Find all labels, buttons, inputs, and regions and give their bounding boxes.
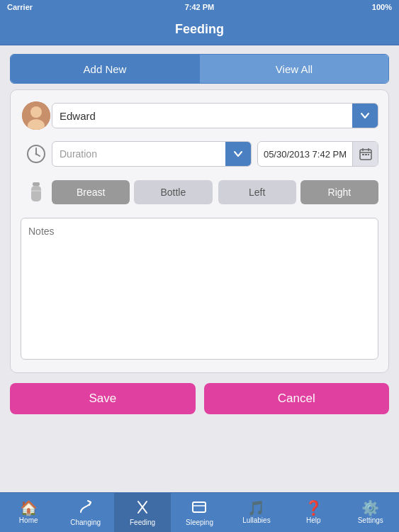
form-card: Edward Duration [10,89,389,373]
bottle-icon [26,181,46,204]
top-tab-group: Add New View All [10,54,389,84]
feeding-type-group: Breast Bottle [52,180,213,204]
left-btn[interactable]: Left [218,180,296,204]
duration-dropdown-btn[interactable] [225,141,251,167]
time-label: 7:42 PM [185,3,215,11]
changing-icon [78,499,94,517]
svg-rect-13 [368,154,369,155]
tab-changing[interactable]: Changing [57,493,113,532]
calendar-icon [359,148,372,160]
carrier-label: Carrier [7,3,33,11]
bottle-btn[interactable]: Bottle [134,180,212,204]
calendar-btn[interactable] [352,141,378,167]
tab-lullabies[interactable]: 🎵 Lullabies [228,493,285,532]
feeding-type-row: Breast Bottle Left Right [21,177,378,208]
tab-feeding-label: Feeding [130,519,155,526]
datetime-wrapper[interactable]: 05/30/2013 7:42 PM [257,141,378,167]
breast-btn[interactable]: Breast [52,180,130,204]
tab-home[interactable]: 🏠 Home [0,493,57,532]
tab-help-label: Help [306,516,321,524]
nav-bar: Feeding [0,14,399,45]
battery-label: 100% [372,3,392,11]
avatar-svg [22,101,50,130]
action-buttons-row: Save Cancel [10,383,389,414]
duration-wrapper[interactable]: Duration [52,141,252,167]
svg-rect-14 [33,182,40,186]
child-dropdown-btn[interactable] [352,103,378,128]
bottom-tab-bar: 🏠 Home Changing Feeding Sleeping [0,492,399,532]
feeding-tab-icon [135,499,150,517]
feeding-svg [135,499,150,515]
lullabies-icon: 🎵 [247,501,265,515]
sleeping-icon [191,499,207,517]
changing-svg [78,499,94,515]
tab-feeding[interactable]: Feeding [114,493,171,532]
svg-rect-19 [193,502,206,512]
sleeping-svg [191,499,207,515]
status-bar: Carrier 7:42 PM 100% [0,0,399,14]
tab-add-new[interactable]: Add New [11,55,199,83]
tab-settings-label: Settings [358,516,383,524]
child-select-wrapper[interactable]: Edward [52,103,378,128]
settings-icon: ⚙️ [361,501,379,515]
datetime-text: 05/30/2013 7:42 PM [258,149,352,160]
svg-rect-11 [362,154,364,155]
save-button[interactable]: Save [10,383,196,414]
side-group: Left Right [218,180,379,204]
tab-changing-label: Changing [70,519,101,526]
child-avatar [22,101,50,130]
child-row: Edward [21,100,378,131]
svg-rect-15 [31,186,41,201]
help-icon: ❓ [305,501,322,515]
svg-point-1 [30,106,42,118]
bottle-icon-wrapper [21,177,52,208]
duration-placeholder: Duration [52,148,225,160]
tab-sleeping[interactable]: Sleeping [171,493,227,532]
tab-help[interactable]: ❓ Help [285,493,342,532]
chevron-down-icon [360,111,370,121]
home-icon: 🏠 [20,501,38,515]
clock-icon-wrapper [21,138,52,170]
cancel-button[interactable]: Cancel [204,383,390,414]
tab-home-label: Home [19,516,38,524]
tab-lullabies-label: Lullabies [242,516,270,524]
notes-textarea[interactable] [21,218,378,360]
svg-rect-12 [365,154,367,155]
avatar-icon-wrapper [21,100,52,131]
svg-point-6 [35,153,38,155]
duration-row: Duration 05/30/2013 7:42 PM [21,138,378,170]
tab-settings[interactable]: ⚙️ Settings [342,493,399,532]
clock-icon [26,143,47,165]
right-btn[interactable]: Right [300,180,378,204]
child-name: Edward [52,110,352,122]
duration-chevron-icon [233,149,243,159]
page-title: Feeding [175,22,224,37]
tab-sleeping-label: Sleeping [186,519,213,526]
tab-view-all[interactable]: View All [199,55,388,83]
